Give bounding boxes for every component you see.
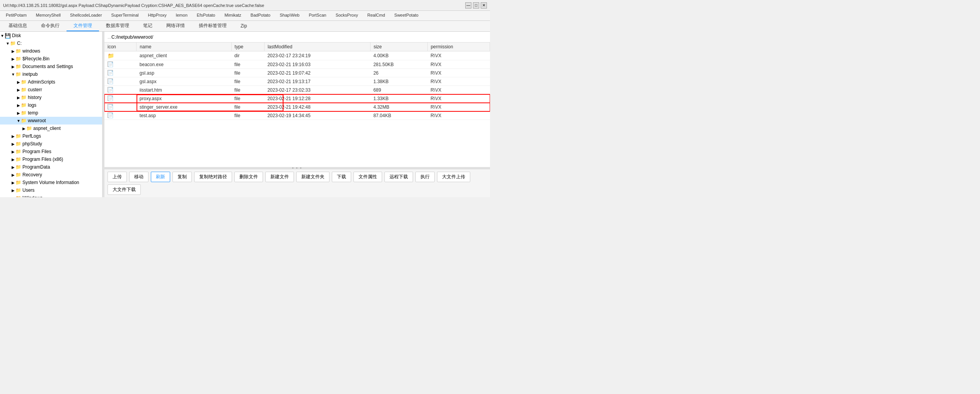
cell-size: 689 <box>370 86 427 94</box>
tree-item-aspnet_client[interactable]: ▶📁aspnet_client <box>0 125 102 132</box>
toolbar-btn-bigfiledownload[interactable]: 大文件下载 <box>108 184 141 195</box>
app-tab-shellcodeloader[interactable]: ShellcodeLoader <box>66 12 106 20</box>
table-row[interactable]: 📄gsl.aspxfile2023-02-21 19:13:171.38KBR\… <box>104 77 490 86</box>
toolbar-btn-remotedownload[interactable]: 远程下载 <box>384 172 413 182</box>
tree-toggle-windows2[interactable]: ▼ <box>11 196 15 198</box>
tree-item-docssettings[interactable]: ▶📁Documents and Settings <box>0 63 102 70</box>
tree-toggle-adminscripts[interactable]: ▶ <box>16 80 21 84</box>
app-tab-badpotato[interactable]: BadPotato <box>246 12 275 20</box>
tree-toggle-disk[interactable]: ▼ <box>0 34 5 38</box>
tree-toggle-inetpub[interactable]: ▼ <box>11 72 15 77</box>
table-row[interactable]: 📄proxy.aspxfile2023-02-21 19:12:281.33KB… <box>104 94 490 103</box>
tree-toggle-recycle[interactable]: ▶ <box>11 57 15 61</box>
tree-item-systemvolumeinfo[interactable]: ▶📁System Volume Information <box>0 179 102 186</box>
table-row[interactable]: 📄gsl.aspfile2023-02-21 19:07:4226R\VX <box>104 69 490 77</box>
app-tab-socksproxy[interactable]: SocksProxy <box>331 12 362 20</box>
app-tab-portscan[interactable]: PortScan <box>304 12 330 20</box>
app-tab-mimikatz[interactable]: Mimikatz <box>220 12 245 20</box>
tree-toggle-c[interactable]: ▼ <box>5 41 10 46</box>
tree-toggle-temp[interactable]: ▶ <box>16 111 21 115</box>
path-input[interactable] <box>111 34 487 40</box>
toolbar-btn-upload[interactable]: 上传 <box>108 172 127 182</box>
table-row[interactable]: 📄beacon.exefile2023-02-21 19:16:03281.50… <box>104 60 490 69</box>
toolbar-btn-bigfileupload[interactable]: 大文件上传 <box>437 172 470 182</box>
tree-item-recycle[interactable]: ▶📁$Recycle.Bin <box>0 55 102 63</box>
tree-toggle-programfiles[interactable]: ▶ <box>11 150 15 154</box>
func-tab-netdetail[interactable]: 网络详情 <box>159 21 192 31</box>
app-tab-sweetpotato[interactable]: SweetPotato <box>390 12 423 20</box>
func-tab-plugintabs[interactable]: 插件标签管理 <box>192 21 234 31</box>
func-tab-notes[interactable]: 笔记 <box>136 21 159 31</box>
table-row[interactable]: 📄stinger_server.exefile2023-02-21 19:42:… <box>104 103 490 111</box>
tree-toggle-users[interactable]: ▶ <box>11 188 15 193</box>
tree-item-windows[interactable]: ▶📁windows <box>0 47 102 55</box>
func-tab-filemanage[interactable]: 文件管理 <box>67 21 99 31</box>
tree-item-programfiles[interactable]: ▶📁Program Files <box>0 148 102 155</box>
tree-toggle-windows[interactable]: ▶ <box>11 49 15 53</box>
tree-toggle-custerr[interactable]: ▶ <box>16 88 21 92</box>
tree-item-history[interactable]: ▶📁history <box>0 94 102 101</box>
close-button[interactable]: ✕ <box>481 2 487 9</box>
tree-item-c[interactable]: ▼📁C: <box>0 39 102 47</box>
col-header-name[interactable]: name <box>137 43 231 51</box>
tree-toggle-perflogs[interactable]: ▶ <box>11 134 15 138</box>
tree-item-logs[interactable]: ▶📁logs <box>0 101 102 109</box>
toolbar-btn-copy[interactable]: 复制 <box>172 172 192 182</box>
col-header-permission[interactable]: permission <box>427 43 490 51</box>
app-tab-shapweb[interactable]: Shap\Web <box>275 12 304 20</box>
func-tab-cmdexec[interactable]: 命令执行 <box>34 21 67 31</box>
tree-item-perflogs[interactable]: ▶📁PerfLogs <box>0 132 102 140</box>
tree-item-programdata[interactable]: ▶📁ProgramData <box>0 163 102 171</box>
tree-toggle-logs[interactable]: ▶ <box>16 103 21 107</box>
tree-item-users[interactable]: ▶📁Users <box>0 186 102 194</box>
app-tab-realcmd[interactable]: RealCmd <box>363 12 389 20</box>
tree-item-windows2[interactable]: ▼📁\Windows <box>0 194 102 197</box>
col-header-type[interactable]: type <box>231 43 264 51</box>
table-row[interactable]: 📁aspnet_clientdir2023-02-17 23:24:194.00… <box>104 51 490 60</box>
tree-item-custerr[interactable]: ▶📁custerr <box>0 86 102 94</box>
tree-item-temp[interactable]: ▶📁temp <box>0 109 102 117</box>
tree-item-disk[interactable]: ▼💾Disk <box>0 32 102 39</box>
app-tab-lemon[interactable]: lemon <box>172 12 192 20</box>
tree-toggle-aspnet_client[interactable]: ▶ <box>22 126 26 131</box>
func-tab-dbmanage[interactable]: 数据库管理 <box>99 21 136 31</box>
tree-item-wwwroot[interactable]: ▼📁wwwroot <box>0 117 102 125</box>
tree-toggle-wwwroot[interactable]: ▼ <box>16 119 21 123</box>
minimize-button[interactable]: — <box>465 2 471 9</box>
app-tab-petitpotam[interactable]: PetitPotam <box>2 12 31 20</box>
tree-item-programfilesx86[interactable]: ▶📁Program Files (x86) <box>0 155 102 163</box>
folder-icon-windows: 📁 <box>15 48 21 54</box>
tree-toggle-systemvolumeinfo[interactable]: ▶ <box>11 181 15 185</box>
toolbar-btn-download[interactable]: 下载 <box>332 172 351 182</box>
toolbar-btn-deletefile[interactable]: 删除文件 <box>234 172 263 182</box>
toolbar-btn-newfolder[interactable]: 新建文件夹 <box>296 172 330 182</box>
toolbar-btn-refresh[interactable]: 刷新 <box>151 172 170 182</box>
col-header-icon[interactable]: icon <box>104 43 137 51</box>
toolbar-btn-move[interactable]: 移动 <box>129 172 149 182</box>
toolbar-btn-copyabspath[interactable]: 复制绝对路径 <box>194 172 232 182</box>
app-tab-memoryshell[interactable]: MemoryShell <box>32 12 65 20</box>
tree-toggle-programfilesx86[interactable]: ▶ <box>11 157 15 162</box>
tree-item-adminscripts[interactable]: ▶📁AdminScripts <box>0 78 102 86</box>
tree-toggle-programdata[interactable]: ▶ <box>11 165 15 169</box>
tree-toggle-history[interactable]: ▶ <box>16 96 21 100</box>
toolbar-btn-fileattr[interactable]: 文件属性 <box>353 172 382 182</box>
toolbar-btn-exec[interactable]: 执行 <box>415 172 435 182</box>
toolbar-btn-newfile[interactable]: 新建文件 <box>265 172 294 182</box>
tree-toggle-phpstudy[interactable]: ▶ <box>11 142 15 146</box>
maximize-button[interactable]: □ <box>473 2 479 9</box>
app-tab-superterminal[interactable]: SuperTerminal <box>107 12 143 20</box>
tree-item-phpstudy[interactable]: ▶📁phpStudy <box>0 140 102 148</box>
table-row[interactable]: 📄test.aspfile2023-02-19 14:34:4587.04KBR… <box>104 111 490 120</box>
tree-item-inetpub[interactable]: ▼📁inetpub <box>0 70 102 78</box>
app-tab-efspotato[interactable]: EfsPotato <box>193 12 220 20</box>
app-tab-httpproxy[interactable]: HttpProxy <box>144 12 171 20</box>
table-row[interactable]: 📄iisstart.htmfile2023-02-17 23:02:33689R… <box>104 86 490 94</box>
col-header-lastModified[interactable]: lastModified <box>264 43 370 51</box>
func-tab-basicinfo[interactable]: 基础信息 <box>2 21 34 31</box>
tree-toggle-recovery[interactable]: ▶ <box>11 173 15 177</box>
tree-toggle-docssettings[interactable]: ▶ <box>11 65 15 69</box>
func-tab-zip[interactable]: Zip <box>234 21 254 31</box>
tree-item-recovery[interactable]: ▶📁Recovery <box>0 171 102 179</box>
col-header-size[interactable]: size <box>370 43 427 51</box>
